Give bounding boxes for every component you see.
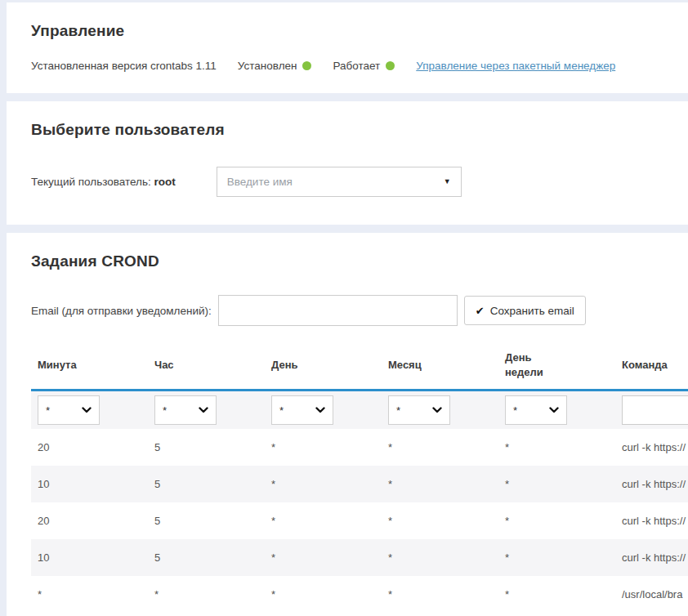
filter-day-value: * [279, 404, 284, 417]
user-select[interactable]: Введите имя ▼ [217, 167, 462, 197]
column-header-weekday-text: День недели [505, 350, 547, 379]
management-status-row: Установленная версия crontabs 1.11 Устан… [31, 60, 688, 72]
cell-day: * [265, 466, 382, 502]
select-user-panel: Выберите пользователя Текущий пользовате… [7, 101, 688, 225]
management-title: Управление [31, 22, 688, 40]
cell-command: curl -k https:// [615, 502, 688, 539]
filter-minute-value: * [46, 404, 50, 417]
cron-filter-row: * * * [31, 391, 688, 430]
management-panel: Управление Установленная версия crontabs… [7, 2, 688, 93]
page-root: Управление Установленная версия crontabs… [0, 0, 688, 616]
cell-hour: 5 [148, 502, 265, 539]
cron-table-wrap: Минута Час День Месяц День недели Команд… [31, 347, 688, 613]
installed-status: Установлен [238, 60, 333, 72]
filter-hour-value: * [163, 404, 167, 417]
chevron-down-icon [549, 407, 559, 413]
package-manager-link[interactable]: Управление через пакетный менеджер [416, 60, 615, 72]
running-status-label: Работает [333, 60, 380, 72]
cell-weekday: * [498, 539, 615, 576]
cell-weekday: * [498, 466, 615, 502]
cron-table: Минута Час День Месяц День недели Команд… [31, 347, 688, 613]
cron-table-header-row: Минута Час День Месяц День недели Команд… [31, 347, 688, 391]
chevron-down-icon [315, 407, 325, 413]
cell-month: * [382, 429, 498, 466]
chevron-down-icon [82, 407, 92, 413]
cell-minute: 20 [31, 502, 148, 539]
cron-row: 10 5 * * * curl -k https:// [31, 539, 688, 576]
email-label: Email (для отправки уведомлений): [31, 305, 212, 317]
installed-status-label: Установлен [238, 60, 297, 72]
cell-hour: 5 [148, 466, 265, 502]
cell-month: * [382, 539, 498, 576]
save-email-button-label: Сохранить email [490, 305, 574, 317]
filter-day-select[interactable]: * [271, 395, 333, 425]
cron-row: 10 5 * * * curl -k https:// [31, 466, 688, 502]
running-status: Работает [333, 60, 416, 72]
installed-status-dot-icon [302, 61, 311, 70]
cell-weekday: * [498, 576, 615, 613]
current-user-row: Текущий пользователь: root Введите имя ▼ [31, 167, 688, 197]
email-input[interactable] [218, 295, 458, 326]
cell-command: /usr/local/bra [615, 576, 688, 613]
cell-hour: * [148, 576, 265, 613]
filter-month-select[interactable]: * [388, 395, 450, 425]
filter-command-input[interactable] [622, 395, 688, 425]
cell-minute: 10 [31, 466, 148, 502]
cell-hour: 5 [148, 539, 265, 576]
caret-down-icon: ▼ [444, 178, 451, 185]
cell-day: * [265, 429, 382, 466]
filter-weekday-select[interactable]: * [505, 395, 567, 425]
cell-weekday: * [498, 429, 615, 466]
cell-month: * [382, 576, 498, 613]
column-header-hour: Час [148, 347, 265, 391]
current-user-label: Текущий пользователь: root [31, 176, 176, 188]
installed-version-text: Установленная версия crontabs 1.11 [31, 60, 217, 72]
filter-minute-select[interactable]: * [38, 395, 100, 425]
user-select-placeholder: Введите имя [227, 176, 293, 188]
cell-day: * [265, 539, 382, 576]
filter-month-value: * [396, 404, 400, 417]
select-user-title: Выберите пользователя [31, 121, 688, 139]
cell-minute: 20 [31, 429, 148, 466]
save-email-button[interactable]: ✔ Сохранить email [464, 296, 586, 325]
cron-row: 20 5 * * * curl -k https:// [31, 502, 688, 539]
cell-command: curl -k https:// [615, 539, 688, 576]
crond-tasks-title: Задания CROND [31, 252, 688, 270]
filter-weekday-value: * [513, 404, 517, 417]
chevron-down-icon [199, 407, 208, 413]
cell-month: * [382, 466, 498, 502]
cell-command: curl -k https:// [615, 429, 688, 466]
cell-minute: 10 [31, 539, 148, 576]
cell-day: * [265, 576, 382, 613]
cell-hour: 5 [148, 429, 265, 466]
cron-row: * * * * * /usr/local/bra [31, 576, 688, 613]
column-header-minute: Минута [31, 347, 148, 391]
column-header-month: Месяц [382, 347, 498, 391]
cron-row: 20 5 * * * curl -k https:// [31, 429, 688, 466]
column-header-weekday: День недели [498, 347, 615, 391]
column-header-command: Команда [615, 347, 688, 391]
current-user-label-text: Текущий пользователь: [31, 176, 151, 188]
check-icon: ✔ [476, 305, 485, 317]
cell-minute: * [31, 576, 148, 613]
cell-command: curl -k https:// [615, 466, 688, 502]
email-row: Email (для отправки уведомлений): ✔ Сохр… [31, 295, 688, 326]
filter-hour-select[interactable]: * [154, 395, 217, 425]
current-user-value: root [154, 176, 175, 188]
column-header-day: День [265, 347, 382, 391]
cell-weekday: * [498, 502, 615, 539]
cell-day: * [265, 502, 382, 539]
crond-tasks-panel: Задания CROND Email (для отправки уведом… [7, 233, 688, 616]
chevron-down-icon [432, 407, 442, 413]
cell-month: * [382, 502, 498, 539]
running-status-dot-icon [386, 61, 395, 70]
